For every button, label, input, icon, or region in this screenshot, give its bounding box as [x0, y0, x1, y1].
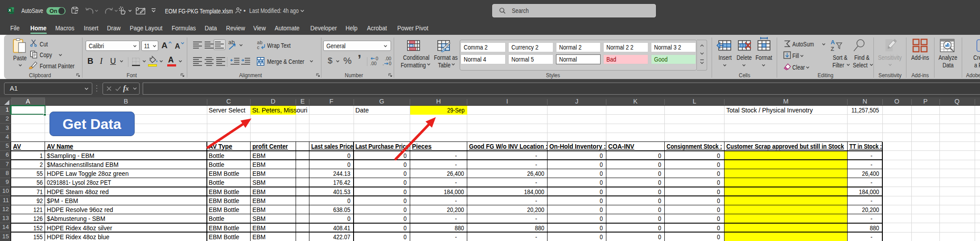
svg-text:A: A: [831, 39, 835, 46]
svg-text:Z: Z: [831, 46, 834, 51]
svg-text:.00: .00: [370, 61, 377, 66]
svg-text:0: 0: [376, 56, 379, 61]
svg-text:.: .: [383, 61, 384, 66]
svg-text:X: X: [8, 8, 11, 12]
